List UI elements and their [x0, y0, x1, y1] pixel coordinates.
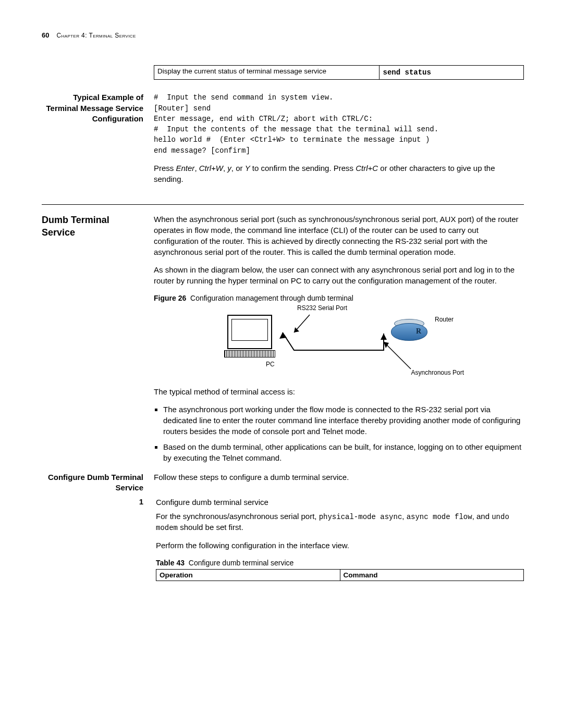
- step-title: Configure dumb terminal service: [156, 497, 524, 508]
- pc-icon: [227, 315, 272, 349]
- section-typical: Typical Example of Terminal Message Serv…: [42, 92, 524, 192]
- page-header: 60 Chapter 4: Terminal Service: [42, 31, 524, 39]
- table-cell-cmd: send status: [380, 66, 524, 80]
- section-heading-dumb: Dumb Terminal Service: [42, 214, 143, 239]
- section-heading-typical: Typical Example of Terminal Message Serv…: [42, 92, 143, 124]
- svg-marker-1: [381, 334, 387, 340]
- keyboard-icon: [224, 350, 275, 357]
- table-row: Display the current status of terminal m…: [154, 66, 524, 80]
- table-caption: Table 43 Configure dumb terminal service: [156, 559, 524, 567]
- body-text: Press Enter, Ctrl+W, y, or Y to confirm …: [154, 163, 524, 184]
- list-item: Based on the dumb terminal, other applic…: [163, 442, 524, 463]
- bullet-list: The asynchronous port working under the …: [163, 404, 524, 463]
- page-number: 60: [42, 31, 49, 39]
- section-configure: Configure Dumb Terminal Service Follow t…: [42, 472, 524, 493]
- table-header-command: Command: [340, 570, 524, 581]
- figure-26: RS232 Serial Port Router PC Asynchronous…: [209, 304, 469, 382]
- section-heading-configure: Configure Dumb Terminal Service: [42, 472, 143, 493]
- table-cell-desc: Display the current status of terminal m…: [154, 66, 380, 80]
- body-text: Follow these steps to configure a dumb t…: [154, 472, 524, 483]
- figure-caption: Figure 26 Configuration management throu…: [154, 294, 524, 302]
- step-block: 1 Configure dumb terminal service For th…: [42, 497, 524, 581]
- figure-label-router: Router: [435, 316, 454, 323]
- table-fragment-row: Display the current status of terminal m…: [42, 65, 524, 80]
- page: 60 Chapter 4: Terminal Service Display t…: [0, 0, 563, 602]
- body-text: When the asynchronous serial port (such …: [154, 214, 524, 257]
- table-row: Operation Command: [156, 570, 524, 581]
- body-text: The typical method of terminal access is…: [154, 387, 524, 398]
- table42-fragment: Display the current status of terminal m…: [154, 65, 524, 80]
- svg-line-4: [384, 342, 411, 369]
- table43: Operation Command: [156, 569, 524, 581]
- section-divider: [42, 204, 524, 205]
- section-dumb: Dumb Terminal Service When the asynchron…: [42, 214, 524, 472]
- code-block: # Input the send command in system view.…: [154, 92, 524, 156]
- body-text: For the synchronous/asynchronous serial …: [156, 511, 524, 534]
- chapter-title: Chapter 4: Terminal Service: [56, 32, 136, 39]
- svg-marker-0: [279, 332, 287, 339]
- step-number: 1: [139, 497, 143, 506]
- svg-marker-5: [384, 342, 389, 348]
- body-text: As shown in the diagram below, the user …: [154, 265, 524, 286]
- list-item: The asynchronous port working under the …: [163, 404, 524, 437]
- body-text: Perform the following configuration in t…: [156, 540, 524, 551]
- cable-line: [270, 311, 426, 378]
- table-header-operation: Operation: [156, 570, 340, 581]
